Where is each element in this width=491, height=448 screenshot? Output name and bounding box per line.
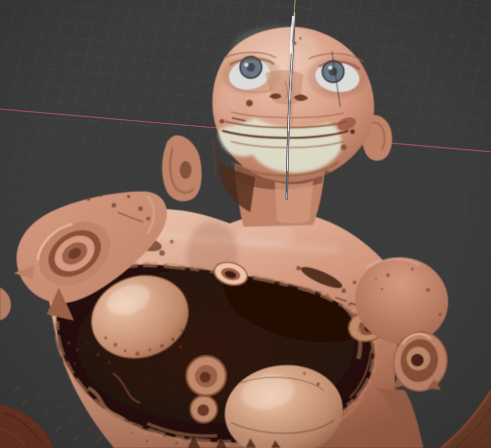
3d-viewport[interactable]: [0, 0, 491, 448]
vignette-overlay: [0, 0, 491, 448]
viewport-canvas: [0, 0, 491, 448]
